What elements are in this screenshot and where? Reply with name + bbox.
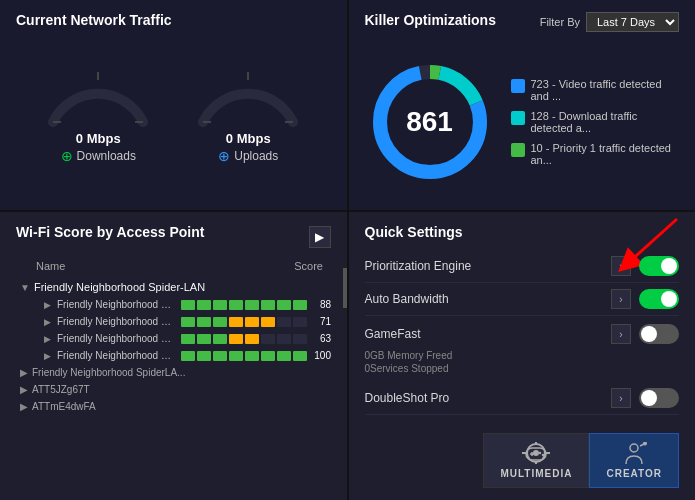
filter-select[interactable]: Last 7 Days xyxy=(586,12,679,32)
legend-text: 128 - Download traffic detected a... xyxy=(531,110,680,134)
child-arrow: ▶ xyxy=(44,300,51,310)
gamefast-section: GameFast › 0GB Memory Freed 0Services St… xyxy=(365,316,680,382)
gamefast-chevron[interactable]: › xyxy=(611,324,631,344)
auto-bandwidth-controls: › xyxy=(611,289,679,309)
bar-segment xyxy=(229,334,243,344)
child-score: 63 xyxy=(307,333,331,344)
col-name: Name xyxy=(36,260,65,272)
svg-rect-11 xyxy=(511,111,525,125)
auto-bandwidth-label: Auto Bandwidth xyxy=(365,292,449,306)
legend-item: 128 - Download traffic detected a... xyxy=(511,110,680,134)
col-score: Score xyxy=(294,260,323,272)
killer-header: Killer Optimizations Filter By Last 7 Da… xyxy=(365,12,680,38)
bar-segment xyxy=(277,351,291,361)
toggle-knob-3 xyxy=(641,326,657,342)
child-arrow: ▶ xyxy=(44,334,51,344)
score-bars xyxy=(181,351,307,361)
donut-total: 861 xyxy=(406,106,453,138)
svg-point-24 xyxy=(542,454,544,456)
upload-icon: ⊕ xyxy=(218,148,230,164)
toggle-knob-4 xyxy=(641,390,657,406)
prioritization-toggle[interactable] xyxy=(639,256,679,276)
bar-segment xyxy=(245,317,259,327)
legend-color-dot xyxy=(511,111,525,125)
legend-container: 723 - Video traffic detected and ... 128… xyxy=(511,46,680,198)
tree-parent-item[interactable]: ▼Friendly Neighborhood Spider-LAN xyxy=(16,278,335,296)
score-bars xyxy=(181,334,307,344)
bar-segment xyxy=(229,351,243,361)
auto-bandwidth-toggle[interactable] xyxy=(639,289,679,309)
child-name: Friendly Neighborhood Spide... xyxy=(57,350,177,361)
legend-text: 10 - Priority 1 traffic detected an... xyxy=(531,142,680,166)
auto-bandwidth-chevron[interactable]: › xyxy=(611,289,631,309)
bar-segment xyxy=(197,300,211,310)
multimedia-button[interactable]: MULTIMEDIA xyxy=(483,433,589,488)
bar-segment xyxy=(197,317,211,327)
legend-color-dot xyxy=(511,143,525,157)
bar-segment xyxy=(293,300,307,310)
gamefast-memory: 0GB Memory Freed xyxy=(365,350,680,361)
svg-point-15 xyxy=(533,450,539,456)
gauges-container: 0 Mbps ⊕ Downloads 0 Mbps xyxy=(16,28,331,198)
download-value: 0 Mbps xyxy=(76,131,121,146)
doubleshot-label: DoubleShot Pro xyxy=(365,391,450,405)
bar-segment xyxy=(213,317,227,327)
wifi-score-panel: Wi-Fi Score by Access Point ▶ Name Score… xyxy=(0,212,347,500)
legend-item: 10 - Priority 1 traffic detected an... xyxy=(511,142,680,166)
parent-name: Friendly Neighborhood Spider-LAN xyxy=(34,281,205,293)
bar-segment xyxy=(229,317,243,327)
svg-rect-12 xyxy=(511,143,525,157)
bar-segment xyxy=(245,300,259,310)
collapsed-name: Friendly Neighborhood SpiderLA... xyxy=(32,367,185,378)
expand-button[interactable]: ▶ xyxy=(309,226,331,248)
wifi-header: Wi-Fi Score by Access Point ▶ xyxy=(16,224,331,250)
tree-child-left: ▶ Friendly Neighborhood Spide... xyxy=(44,299,177,310)
score-bars xyxy=(181,300,307,310)
creator-label: CREATOR xyxy=(606,468,662,479)
collapsed-arrow: ▶ xyxy=(20,367,28,378)
download-gauge: 0 Mbps ⊕ Downloads xyxy=(43,62,153,164)
creator-button[interactable]: CREATOR xyxy=(589,433,679,488)
tree-child-item[interactable]: ▶ Friendly Neighborhood Spide... 63 xyxy=(16,330,335,347)
bar-segment xyxy=(245,351,259,361)
child-name: Friendly Neighborhood Spide... xyxy=(57,299,177,310)
doubleshot-controls: › xyxy=(611,388,679,408)
tree-arrow: ▼ xyxy=(20,282,30,293)
collapsed-name: ATTmE4dwFA xyxy=(32,401,96,412)
wifi-tree: ▼Friendly Neighborhood Spider-LAN ▶ Frie… xyxy=(16,278,335,415)
bottom-icons: MULTIMEDIA CREATOR xyxy=(365,425,680,488)
child-name: Friendly Neighborhood Spide... xyxy=(57,333,177,344)
tree-child-item[interactable]: ▶ Friendly Neighborhood Spide... 100 xyxy=(16,347,335,364)
legend-text: 723 - Video traffic detected and ... xyxy=(531,78,680,102)
collapsed-item[interactable]: ▶Friendly Neighborhood SpiderLA... xyxy=(16,364,335,381)
tree-child-item[interactable]: ▶ Friendly Neighborhood Spide... 88 xyxy=(16,296,335,313)
collapsed-item[interactable]: ▶ATTmE4dwFA xyxy=(16,398,335,415)
bar-segment xyxy=(213,351,227,361)
prioritization-label: Prioritization Engine xyxy=(365,259,472,273)
collapsed-item[interactable]: ▶ATT5JZg67T xyxy=(16,381,335,398)
collapsed-arrow: ▶ xyxy=(20,401,28,412)
wifi-scroll-container: Name Score ▼Friendly Neighborhood Spider… xyxy=(16,258,331,415)
gamefast-controls: › xyxy=(611,324,679,344)
multimedia-icon xyxy=(522,442,550,464)
legend-item: 723 - Video traffic detected and ... xyxy=(511,78,680,102)
gamefast-sub: 0GB Memory Freed 0Services Stopped xyxy=(365,348,680,378)
tree-child-item[interactable]: ▶ Friendly Neighborhood Spide... 71 xyxy=(16,313,335,330)
upload-gauge-svg xyxy=(193,62,303,127)
bar-segment xyxy=(261,317,275,327)
tree-child-left: ▶ Friendly Neighborhood Spide... xyxy=(44,350,177,361)
bar-segment xyxy=(277,317,291,327)
toggle-knob xyxy=(661,258,677,274)
doubleshot-toggle[interactable] xyxy=(639,388,679,408)
main-grid: Current Network Traffic 0 Mbps ⊕ Downloa xyxy=(0,0,695,500)
child-score: 88 xyxy=(307,299,331,310)
bar-segment xyxy=(261,300,275,310)
gamefast-row: GameFast › xyxy=(365,320,680,348)
gamefast-toggle[interactable] xyxy=(639,324,679,344)
svg-point-25 xyxy=(630,444,638,452)
bar-segment xyxy=(181,334,195,344)
doubleshot-chevron[interactable]: › xyxy=(611,388,631,408)
bar-segment xyxy=(181,317,195,327)
toggle-knob-2 xyxy=(661,291,677,307)
scrollbar-thumb xyxy=(343,268,347,308)
